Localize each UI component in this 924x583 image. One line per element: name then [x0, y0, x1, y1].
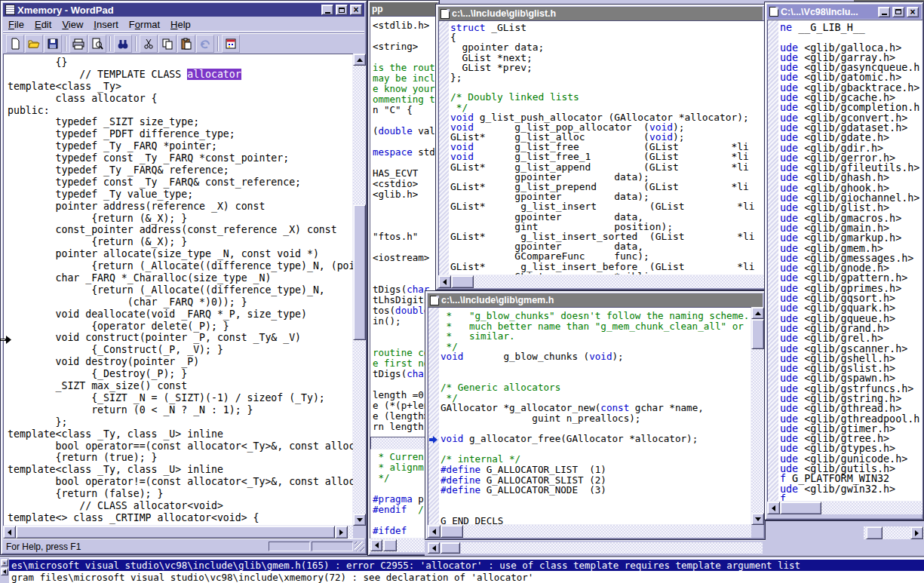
wordpad-document-text[interactable]: {} // TEMPLATE CLASS allocatortemplate<c…: [8, 57, 353, 524]
date-time-button[interactable]: [222, 35, 240, 53]
output-text-area[interactable]: es\microsoft visual studio\vc98\include\…: [9, 558, 924, 583]
find-button[interactable]: [114, 35, 132, 53]
code-line: template<class _Ty, class _U> inline: [8, 464, 353, 476]
scrollbar-thumb[interactable]: [383, 539, 397, 551]
close-button[interactable]: ×: [907, 7, 919, 17]
code-line: [441, 362, 751, 373]
selection-margin[interactable]: [428, 308, 439, 524]
scrollbar-thumb[interactable]: [353, 204, 366, 340]
menu-item-file[interactable]: File: [3, 19, 29, 30]
menu-item-help[interactable]: Help: [165, 19, 196, 30]
scroll-down-button[interactable]: [751, 513, 764, 525]
paste-clipboard-icon: [180, 38, 192, 50]
code-line: ude <glib/ghash.h>: [780, 173, 922, 183]
scroll-left-button[interactable]: [438, 275, 451, 288]
code-line: GList* g_list_insert (GList *li: [450, 201, 763, 211]
code-line: guint n_preallocs);: [441, 413, 751, 424]
open-button[interactable]: [25, 35, 43, 53]
maximize-button[interactable]: [336, 5, 348, 15]
horizontal-scrollbar[interactable]: [767, 502, 922, 514]
scroll-left-button[interactable]: [1, 568, 8, 575]
menu-item-view[interactable]: View: [57, 19, 88, 30]
code-line: [441, 373, 751, 383]
horizontal-scrollbar[interactable]: [438, 275, 764, 288]
scrollbar-thumb[interactable]: [751, 319, 764, 349]
scrollbar-thumb[interactable]: [16, 526, 335, 539]
resize-grip[interactable]: [355, 542, 364, 551]
menu-item-insert[interactable]: Insert: [88, 19, 124, 30]
scroll-left-button[interactable]: [767, 502, 780, 514]
menu-item-format[interactable]: Format: [124, 19, 165, 30]
status-cell: [312, 542, 353, 551]
print-preview-button[interactable]: [88, 35, 106, 53]
selection-margin[interactable]: [439, 21, 449, 275]
code-line: ude <glib/gquark.h>: [780, 303, 922, 313]
code-line: {}: [8, 57, 353, 69]
wordpad-icon: [5, 5, 15, 15]
save-button[interactable]: [44, 35, 62, 53]
close-icon: ×: [910, 8, 915, 16]
minimize-button[interactable]: [878, 7, 890, 17]
scrollbar-thumb[interactable]: [866, 526, 883, 539]
code-line: ude <glib/gmem.h>: [780, 244, 922, 253]
close-button[interactable]: ×: [1, 559, 8, 566]
new-document-button[interactable]: [6, 35, 24, 53]
scroll-down-button[interactable]: [353, 514, 366, 526]
maximize-button[interactable]: [892, 7, 904, 17]
minimize-button[interactable]: [321, 5, 333, 15]
editor-content[interactable]: ne __G_LIB_H__ ude <glib/galloca.h>ude <…: [780, 23, 922, 501]
menu-item-edit[interactable]: Edit: [29, 19, 57, 30]
cut-button[interactable]: [140, 35, 158, 53]
scroll-right-button[interactable]: [910, 526, 923, 539]
code-line: n "C" {: [373, 105, 439, 115]
document-icon: [441, 9, 450, 19]
scrollbar-thumb[interactable]: [451, 275, 474, 288]
code-line: ude <glib/garray.h>: [780, 53, 922, 63]
editor-content[interactable]: struct _GList{ gpointer data; GList *nex…: [450, 23, 763, 275]
copy-button[interactable]: [158, 35, 177, 53]
code-line: [441, 496, 751, 506]
print-button[interactable]: [69, 35, 87, 53]
cpp-editor-titlebar[interactable]: pp: [370, 2, 437, 16]
editor-content[interactable]: * "g_blow_chunks" doesn't follow the nam…: [441, 311, 751, 525]
scrollbar-track[interactable]: [461, 542, 763, 554]
code-line: gpointer data,: [450, 212, 763, 222]
horizontal-scrollbar[interactable]: [3, 526, 353, 539]
code-line: #define G_ALLOCATOR_SLIST (2): [441, 475, 751, 486]
scrollbar-thumb[interactable]: [441, 542, 460, 554]
glib-includes-titlebar[interactable]: C:\...\Vc98\Inclu... ×: [767, 5, 921, 19]
scroll-up-button[interactable]: [751, 307, 764, 319]
date-time-icon: [225, 38, 237, 50]
code-line: "ftos.h": [373, 232, 439, 242]
scroll-up-button[interactable]: [353, 54, 366, 66]
minimize-icon: [882, 14, 887, 15]
error-line-selected[interactable]: es\microsoft visual studio\vc98\include\…: [9, 560, 924, 571]
error-line[interactable]: gram files\microsoft visual studio\vc98\…: [11, 572, 533, 583]
code-line: };: [8, 416, 353, 428]
paste-button[interactable]: [177, 35, 195, 53]
code-line: ne __G_LIB_H__: [780, 23, 922, 32]
code-line: #define G_ALLOCATOR_NODE (3): [441, 485, 751, 496]
close-button[interactable]: ×: [350, 5, 362, 15]
scroll-right-button[interactable]: [335, 526, 348, 539]
code-line: [373, 263, 439, 274]
horizontal-scrollbar[interactable]: [428, 525, 751, 538]
scroll-left-button[interactable]: [428, 542, 440, 554]
code-line: void destroy(pointer _P): [8, 356, 353, 368]
status-cell: [269, 542, 310, 551]
vertical-scrollbar[interactable]: [353, 54, 366, 526]
vertical-scrollbar[interactable]: [751, 307, 764, 525]
scroll-left-button[interactable]: [370, 539, 382, 551]
gmem-titlebar[interactable]: c:\...\Include\glib\gmem.h: [428, 293, 763, 307]
selection-margin[interactable]: [768, 20, 778, 501]
wordpad-titlebar[interactable]: Xmemory - WordPad ×: [3, 3, 364, 17]
code-line: [373, 242, 439, 253]
scrollbar-thumb[interactable]: [780, 502, 821, 514]
code-line: GList* g_list_append (GList *li: [450, 162, 763, 172]
scrollbar-thumb[interactable]: [441, 525, 463, 538]
print-preview-icon: [91, 38, 103, 50]
glist-titlebar[interactable]: c:\...\Include\glib\glist.h: [438, 7, 763, 20]
scroll-left-button[interactable]: [3, 526, 16, 539]
undo-button[interactable]: [196, 35, 214, 53]
scroll-left-button[interactable]: [428, 525, 441, 538]
